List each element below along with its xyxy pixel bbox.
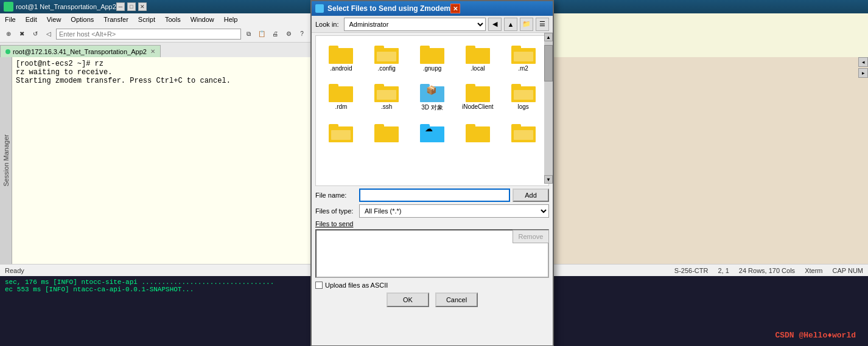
menu-help[interactable]: Help [219,15,243,24]
status-caps: CAP NUM [832,267,863,274]
connection-status-indicator [5,49,10,54]
menu-view[interactable]: View [42,15,66,24]
file-item-logs[interactable]: logs [503,79,544,114]
folder-icon-cloud: ☁ [420,122,444,142]
folder-icon-ssh [374,81,399,102]
status-bar-right: S-256-CTR 2, 1 24 Rows, 170 Cols Xterm C… [674,267,863,274]
file-browser[interactable]: .android .config .gnupg [315,35,549,186]
file-item-inode[interactable]: iNodeClient [457,79,498,114]
file-item-row3-cloud[interactable]: ☁ [412,119,453,146]
toolbar-back-btn[interactable]: ◁ [43,28,55,40]
toolbar: ⊕ ✖ ↺ ◁ ⧉ 📋 🖨 ⚙ ? [0,26,310,43]
dialog-titlebar: Select Files to Send using Zmodem ✕ [312,1,553,16]
back-nav-btn[interactable]: ◀ [488,18,502,31]
toolbar-settings-btn[interactable]: ⚙ [282,28,295,40]
close-button[interactable]: ✕ [138,2,147,11]
file-item-m2[interactable]: .m2 [503,41,544,74]
toolbar-paste-btn[interactable]: 📋 [256,28,268,40]
terminal-icon [4,2,13,12]
minimize-button[interactable]: ─ [116,2,125,11]
folder-icon-3d: 📦 [420,81,444,102]
status-position: 2, 1 [718,267,729,274]
tab-label: root@172.16.3.41_Net_Transportation_App2 [13,48,147,55]
scrollbar-thumb[interactable] [544,45,553,81]
file-item-rdm[interactable]: .rdm [321,79,362,114]
toolbar-help-btn[interactable]: ? [296,28,308,40]
toolbar-copy-btn[interactable]: ⧉ [242,28,254,40]
tab-main[interactable]: root@172.16.3.41_Net_Transportation_App2… [0,45,161,57]
terminal-content[interactable]: [root@nt-ecs2 ~]# rz rz waiting to recei… [12,57,310,264]
remove-button[interactable]: Remove [513,230,549,243]
status-encoding: S-256-CTR [674,267,709,274]
menu-tools[interactable]: Tools [160,15,186,24]
maximize-button[interactable]: □ [127,2,136,11]
ascii-upload-row: Upload files as ASCII [315,282,549,289]
ascii-label: Upload files as ASCII [325,282,388,289]
toolbar-print-btn[interactable]: 🖨 [269,28,281,40]
file-item-row3-1[interactable] [321,119,362,146]
file-label-local: .local [471,65,485,72]
filetype-label: Files of type: [315,207,357,215]
file-item-config[interactable]: .config [366,41,407,74]
toolbar-new-btn[interactable]: ⊕ [2,28,15,40]
menu-window[interactable]: Window [186,15,219,24]
ok-button[interactable]: OK [387,292,429,307]
dialog-close-button[interactable]: ✕ [450,4,460,13]
file-label-logs: logs [517,103,528,110]
scroll-down-arrow[interactable]: ▸ [858,68,868,78]
terminal-line-1: [root@nt-ecs2 ~]# rz [16,60,307,68]
session-manager-label: Session Manager [2,134,10,187]
bottom-brand: CSDN @Hello♦world [775,331,856,340]
menu-file[interactable]: File [0,15,21,24]
host-input[interactable] [56,29,241,40]
folder-icon-m2 [511,43,536,64]
folder-icon-row3-5 [511,122,536,142]
file-browser-scrollbar[interactable]: ▲ ▼ [544,33,553,184]
view-menu-btn[interactable]: ☰ [536,18,549,31]
menu-edit[interactable]: Edit [21,15,42,24]
status-terminal-type: Xterm [805,267,822,274]
files-to-send-section: Files to send Remove [315,220,549,278]
file-item-row3-2[interactable] [366,119,407,146]
toolbar-reconnect-btn[interactable]: ↺ [29,28,41,40]
folder-icon-gnupg [420,43,444,64]
filetype-select[interactable]: All Files (*.*) [359,204,549,218]
tab-bar: root@172.16.3.41_Net_Transportation_App2… [0,43,310,57]
scrollbar-down-btn[interactable]: ▼ [544,175,553,184]
terminal-line-2: rz waiting to receive. [16,68,307,77]
scrollbar-up-btn[interactable]: ▲ [544,33,553,41]
forward-nav-btn[interactable]: ▲ [504,18,517,31]
file-item-row3-5[interactable] [503,119,544,146]
status-ready: Ready [5,267,24,274]
file-item-3d[interactable]: 📦 3D 对象 [412,79,453,114]
menu-script[interactable]: Script [133,15,160,24]
lookin-select[interactable]: Administrator [344,18,486,31]
file-item-ssh[interactable]: .ssh [366,79,407,114]
folder-icon-row3-4 [466,122,490,142]
session-manager-sidebar: Session Manager [0,57,12,264]
menu-options[interactable]: Options [66,15,99,24]
new-folder-btn[interactable]: 📁 [520,18,533,31]
file-item-local[interactable]: .local [457,41,498,74]
files-to-send-label: Files to send [315,220,549,227]
menu-transfer[interactable]: Transfer [99,15,133,24]
file-item-row3-4[interactable] [457,119,498,146]
folder-icon-android [329,43,353,64]
toolbar-disconnect-btn[interactable]: ✖ [16,28,28,40]
filename-input[interactable] [359,189,510,202]
scroll-up-arrow[interactable]: ◂ [858,57,868,67]
file-label-inode: iNodeClient [462,103,494,110]
file-item-android[interactable]: .android [321,41,362,74]
folder-icon-inode [466,81,490,102]
zmodem-dialog: Select Files to Send using Zmodem ✕ Look… [310,0,554,346]
ascii-checkbox[interactable] [315,282,323,289]
file-label-m2: .m2 [518,65,528,72]
file-label-3d: 3D 对象 [421,103,443,112]
filename-row: File name: Add [315,189,549,202]
file-item-gnupg[interactable]: .gnupg [412,41,453,74]
file-label-config: .config [377,65,395,72]
lookin-label: Look in: [315,21,339,28]
tab-close-btn[interactable]: ✕ [150,48,155,55]
add-button[interactable]: Add [513,189,549,202]
cancel-button[interactable]: Cancel [435,292,478,307]
